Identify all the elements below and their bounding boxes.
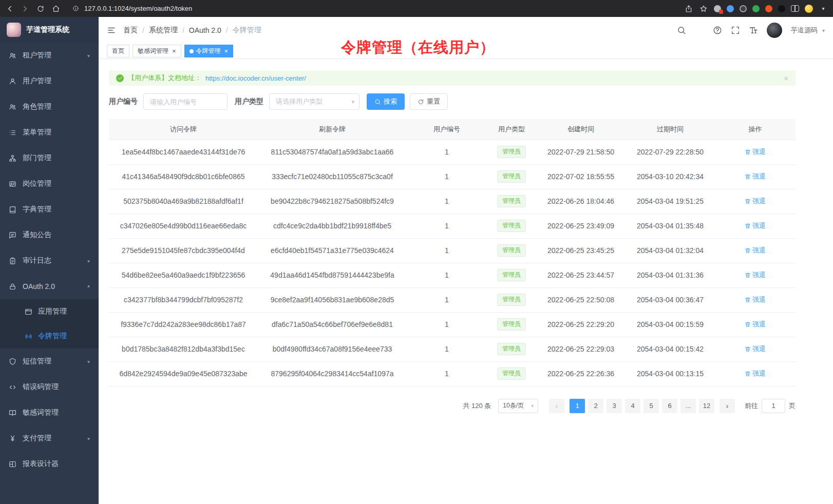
extension-icon-grid[interactable] [714,5,721,12]
breadcrumb-item-1[interactable]: 首页 [123,26,138,35]
user-avatar[interactable] [767,23,782,38]
extension-icon-black[interactable] [778,5,785,12]
sidebar-item-dict[interactable]: 字典管理 [0,197,99,222]
search-icon[interactable] [677,26,686,35]
force-logout-button[interactable]: 强退 [745,172,766,181]
page-button-1[interactable]: 1 [570,399,585,413]
browser-reload-icon[interactable] [36,4,45,13]
tab-home[interactable]: 首页 [107,45,129,57]
force-logout-button[interactable]: 强退 [745,295,766,304]
breadcrumb-item-3[interactable]: OAuth 2.0 [189,26,221,34]
pagination-total: 共 120 条 [463,401,491,411]
fullscreen-icon [731,26,740,35]
sidebar-item-report[interactable]: 报表设计器 [0,451,99,477]
sidebar-item-user[interactable]: 用户管理 [0,68,99,94]
fullscreen-icon[interactable] [731,26,740,35]
column-header-7: 操作 [715,119,796,140]
sidebar-item-role[interactable]: 角色管理 [0,94,99,120]
app-logo[interactable]: 芋道管理系统 [0,17,99,43]
search-button[interactable]: 搜索 [367,93,405,110]
close-tab-icon[interactable]: × [172,48,176,54]
star-icon [699,5,708,13]
close-alert-icon[interactable]: × [784,74,788,82]
force-logout-button[interactable]: 强退 [745,246,766,255]
page-button-5[interactable]: 5 [643,399,659,413]
sidebar-item-label: 错误码管理 [23,382,90,392]
sidebar-item-audit-log[interactable]: 审计日志▾ [0,248,99,274]
page-button-6[interactable]: 6 [662,399,677,413]
jump-page-input[interactable] [762,399,785,413]
sidebar-item-pay[interactable]: 支付管理▾ [0,425,99,451]
user-type-tag: 管理员 [497,220,526,232]
table-row: 1ea5e44f8bc1467aaede43144f31de76811c5304… [109,140,796,164]
active-tab-dot [190,49,194,53]
extension-icon-blue[interactable] [727,5,734,12]
extension-icon-dark[interactable] [740,5,747,12]
page-button-3[interactable]: 3 [607,399,622,413]
sidebar-item-post[interactable]: 岗位管理 [0,171,99,197]
force-logout-button[interactable]: 强退 [745,320,766,329]
user-type-select-placeholder: 请选择用户类型 [276,97,323,106]
window-icon [25,308,32,316]
page-button-2[interactable]: 2 [588,399,603,413]
sidebar-subitem-label: 应用管理 [38,307,67,316]
bookmark-star-icon[interactable] [699,4,708,13]
user-menu-caret-icon[interactable]: ▾ [822,28,825,33]
sidebar-item-sms[interactable]: 短信管理▾ [0,348,99,374]
sidebar-item-menu[interactable]: 菜单管理 [0,120,99,145]
page-size-select[interactable]: 10条/页 ▾ [498,399,538,413]
force-logout-button[interactable]: 强退 [745,270,766,280]
profile-avatar-icon[interactable] [805,5,813,13]
sidebar-item-error-code[interactable]: 错误码管理 [0,374,99,400]
breadcrumb-item-2[interactable]: 系统管理 [149,26,178,35]
browser-home-icon[interactable] [51,4,61,13]
sidebar-item-notice[interactable]: 通知公告 [0,222,99,248]
browser-back-icon[interactable] [5,4,14,13]
address-bar[interactable]: 127.0.0.1:1024/system/oauth2/token [71,4,678,13]
font-size-icon[interactable] [749,26,758,35]
page-ellipsis[interactable]: ... [680,399,696,413]
tab-split-icon[interactable] [791,5,799,12]
sidebar-item-tenant[interactable]: 租户管理▾ [0,43,99,68]
column-header-3: 用户编号 [407,119,487,140]
cell-refresh-token: e6cfd40eb1f54571a31e775e039c4624 [258,238,407,263]
search-icon [677,26,686,35]
trash-icon [745,223,751,229]
sidebar-subitem-app[interactable]: 应用管理 [0,299,99,324]
force-logout-button[interactable]: 强退 [745,221,766,230]
table-row: c347026e805e4d99b0d116eae66eda8ccdfc4ce9… [109,214,796,238]
force-logout-button[interactable]: 强退 [745,147,766,157]
page-button-4[interactable]: 4 [625,399,640,413]
github-icon[interactable]: M12 .5C5.65.5.5 5.65.5 12c0 5.08 3.29 9.… [695,26,704,35]
close-tab-icon[interactable]: × [224,48,229,54]
logo-avatar [7,23,21,37]
page-button-12[interactable]: 12 [699,399,714,413]
next-page-button[interactable]: › [720,399,735,413]
prev-page-button[interactable]: ‹ [549,399,564,413]
user-id-input[interactable] [143,93,228,110]
help-icon[interactable] [713,26,722,35]
sidebar-item-dept[interactable]: 部门管理 [0,145,99,171]
sidebar-item-oauth2[interactable]: OAuth 2.0▾ [0,274,99,299]
extension-icon-green[interactable] [752,5,760,12]
sidebar-subitem-token[interactable]: 令牌管理 [0,324,99,348]
force-logout-button[interactable]: 强退 [745,197,766,206]
page-jump: 前往 页 [745,399,796,413]
user-name[interactable]: 芋道源码 [791,26,818,35]
reset-button[interactable]: 重置 [410,93,448,110]
user-type-select[interactable]: 请选择用户类型 ▾ [269,93,359,110]
alert-doc-link[interactable]: https://doc.iocoder.cn/user-center/ [205,74,306,82]
share-icon[interactable] [684,4,693,13]
sidebar-item-sensitive-word[interactable]: 敏感词管理 [0,400,99,425]
browser-forward-icon[interactable] [21,4,30,13]
jump-suffix: 页 [789,401,796,411]
browser-menu-caret-icon[interactable]: ▾ [819,4,828,13]
site-info-icon[interactable] [71,4,80,13]
cell-create-time: 2022-06-25 22:29:20 [536,312,626,337]
sidebar-toggle-icon[interactable] [107,26,116,35]
tab-token[interactable]: 令牌管理× [184,45,234,57]
tab-sensitive-word[interactable]: 敏感词管理× [132,45,181,57]
extension-icon-orange[interactable] [765,5,772,12]
force-logout-button[interactable]: 强退 [745,369,766,378]
force-logout-button[interactable]: 强退 [745,344,766,354]
